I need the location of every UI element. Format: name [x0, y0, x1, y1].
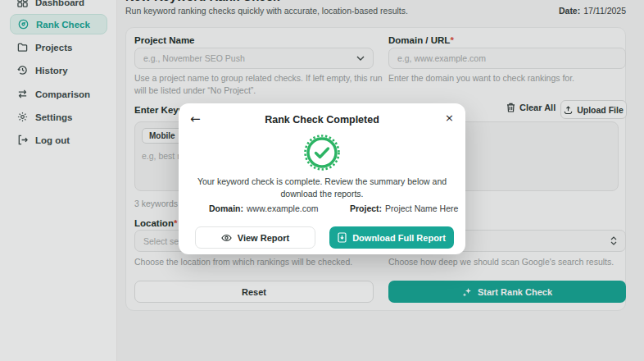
modal-project-info: Project:Project Name Here — [350, 203, 458, 213]
modal-title: Rank Check Completed — [179, 114, 465, 126]
view-report-button[interactable]: View Report — [195, 226, 315, 249]
modal-domain-label: Domain: — [209, 203, 243, 213]
modal-project-label: Project: — [350, 203, 382, 213]
modal-domain-info: Domain:www.example.com — [209, 203, 319, 213]
modal-project-value: Project Name Here — [385, 203, 458, 213]
modal-domain-value: www.example.com — [247, 203, 319, 213]
file-download-icon — [338, 232, 347, 243]
eye-icon — [221, 234, 232, 242]
rank-check-completed-modal: ← Rank Check Completed × Your keyword ch… — [179, 103, 465, 254]
download-full-report-button[interactable]: Download Full Report — [329, 226, 454, 249]
modal-message: Your keyword check is complete. Review t… — [197, 176, 447, 200]
close-icon[interactable]: × — [445, 112, 454, 124]
success-check-seal-icon — [302, 133, 342, 172]
